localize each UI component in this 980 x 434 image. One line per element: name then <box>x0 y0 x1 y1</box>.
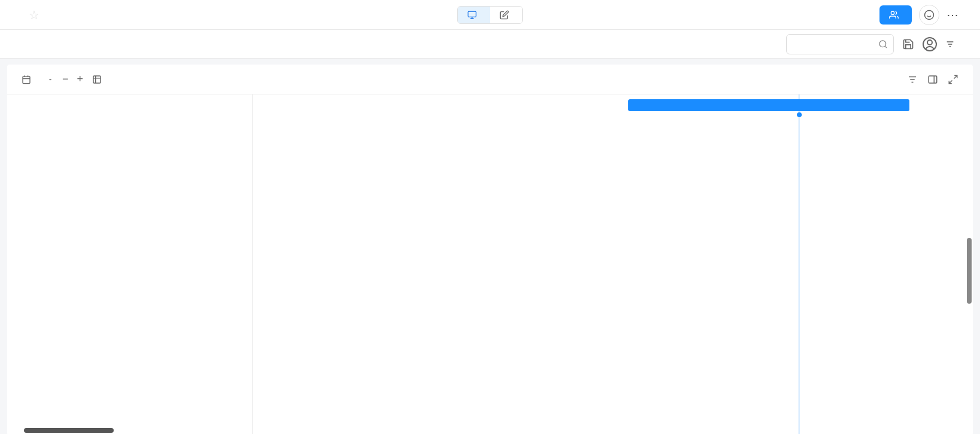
chevron-down-icon <box>47 76 54 83</box>
svg-rect-18 <box>93 76 101 83</box>
settings-filter-icon[interactable] <box>907 74 918 85</box>
gantt-toolbar: − + <box>7 65 973 94</box>
subheader-bar <box>0 30 980 59</box>
svg-point-10 <box>927 40 932 45</box>
export-icon[interactable] <box>92 74 102 85</box>
more-menu-icon[interactable]: ⋯ <box>946 8 958 22</box>
auto-fit-button[interactable] <box>22 75 35 84</box>
monitor-icon <box>467 10 477 20</box>
header-bar: ☆ ⋯ <box>0 0 980 30</box>
view-tab[interactable] <box>458 7 490 23</box>
zoom-in-button[interactable]: + <box>77 73 84 85</box>
user-avatar-icon[interactable] <box>923 37 937 51</box>
filter-text-input[interactable] <box>786 34 894 54</box>
zoom-out-button[interactable]: − <box>62 73 69 85</box>
svg-line-8 <box>885 46 887 48</box>
filter-input-wrap <box>786 34 894 54</box>
header-actions: ⋯ <box>879 5 958 25</box>
favorite-star-icon[interactable]: ☆ <box>29 8 39 22</box>
mode-tabs <box>457 6 523 24</box>
search-icon <box>878 39 888 49</box>
timeline-header <box>252 94 973 121</box>
timescale-dropdown[interactable] <box>43 76 54 83</box>
svg-point-7 <box>879 41 886 47</box>
svg-rect-0 <box>468 11 476 17</box>
subheader-actions <box>786 34 958 54</box>
toolbar-right <box>907 74 958 85</box>
people-icon <box>889 10 899 20</box>
share-button[interactable] <box>879 5 912 25</box>
gantt-chart-area[interactable] <box>252 94 973 434</box>
svg-point-4 <box>925 10 934 19</box>
svg-rect-24 <box>929 76 937 83</box>
edit-icon <box>500 10 509 20</box>
task-sidebar <box>7 94 252 434</box>
filter-icon <box>945 39 955 49</box>
edit-tab[interactable] <box>490 7 522 23</box>
filter-button[interactable] <box>945 39 958 49</box>
horizontal-scrollbar[interactable] <box>24 428 114 433</box>
panel-icon[interactable] <box>927 74 938 85</box>
vertical-scrollbar[interactable] <box>967 238 972 304</box>
svg-rect-14 <box>23 76 30 83</box>
svg-line-27 <box>949 80 952 83</box>
svg-point-3 <box>891 11 894 14</box>
main-panel: − + <box>7 65 973 434</box>
calendar-icon <box>22 75 31 84</box>
gantt-container <box>7 94 973 434</box>
smile-icon <box>924 10 935 20</box>
today-line <box>799 94 799 434</box>
save-icon[interactable] <box>902 38 914 50</box>
svg-line-26 <box>954 75 957 78</box>
emoji-button[interactable] <box>919 5 939 25</box>
month-bar-jan <box>628 99 909 111</box>
expand-icon[interactable] <box>948 74 958 85</box>
